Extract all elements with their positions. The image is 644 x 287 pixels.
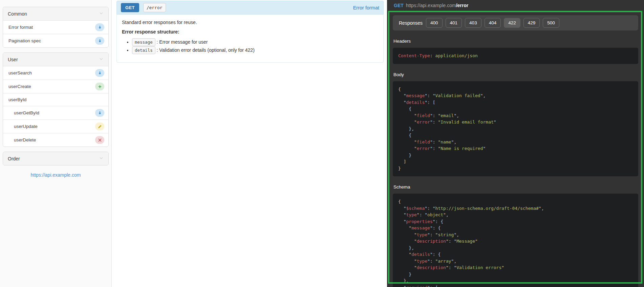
status-button-403[interactable]: 403 <box>465 18 481 28</box>
field-code-chip: message <box>132 38 155 46</box>
endpoint-description: Standard error responses for reuse. <box>122 20 378 25</box>
arrow-down-icon <box>95 37 104 45</box>
field-bullet-message: message : Error message for user <box>132 39 378 45</box>
request-url-bar: GEThttps://api.example.com/error <box>387 0 644 11</box>
header-value: application/json <box>435 53 478 58</box>
headers-code-block: Content-Type: application/json <box>393 48 638 64</box>
sidebar-item-label: userCreate <box>8 84 31 89</box>
sidebar-item-userupdate[interactable]: userUpdate <box>3 119 108 133</box>
sidebar-item-label: userSearch <box>8 70 32 75</box>
field-bullet-details: details : Validation error details (opti… <box>132 47 378 53</box>
sidebar-groups: CommonError formatPagination specUseruse… <box>0 7 111 165</box>
field-list: message : Error message for userdetails … <box>132 39 378 53</box>
status-buttons: 400401403404422429500 <box>426 18 562 28</box>
sidebar-group-user: UseruserSearchuserCreateuserByIduserGetB… <box>3 52 109 147</box>
api-docs-page: CommonError formatPagination specUseruse… <box>0 0 644 287</box>
sidebar: CommonError formatPagination specUseruse… <box>0 0 112 287</box>
sidebar-item-label: userDelete <box>14 137 36 142</box>
structure-heading: Error response structure: <box>122 29 378 35</box>
sidebar-group-order: Order <box>3 152 109 165</box>
headers-heading: Headers <box>393 39 638 44</box>
responses-strip: Responses 400401403404422429500 <box>393 15 638 30</box>
sidebar-item-error-format[interactable]: Error format <box>3 20 108 34</box>
schema-heading: Schema <box>393 184 638 190</box>
sidebar-item-usercreate[interactable]: userCreate <box>3 80 108 93</box>
sidebar-group-header-common[interactable]: Common <box>3 7 108 20</box>
endpoint-description-body: Standard error responses for reuse. Erro… <box>116 15 384 63</box>
status-button-400[interactable]: 400 <box>426 18 443 28</box>
sidebar-group-common: CommonError formatPagination spec <box>3 7 109 48</box>
field-code-chip: details <box>132 46 155 54</box>
status-button-422[interactable]: 422 <box>504 18 520 28</box>
pencil-icon <box>95 123 104 130</box>
sidebar-item-label: Error format <box>8 25 33 30</box>
url-method: GET <box>394 3 404 8</box>
sidebar-group-title: Common <box>8 11 27 17</box>
sidebar-group-title: Order <box>8 156 20 161</box>
status-button-404[interactable]: 404 <box>485 18 501 28</box>
body-code-block: { "message": "Validation failed", "detai… <box>393 81 638 177</box>
sidebar-item-label: userById <box>8 97 26 102</box>
body-heading: Body <box>393 72 638 77</box>
get-method-badge: GET <box>121 3 139 12</box>
chevron-down-icon <box>99 11 104 17</box>
main-content: GET /error Error format Standard error r… <box>112 0 387 287</box>
endpoint-title-link[interactable]: Error format <box>353 5 379 10</box>
endpoint-card: GET /error Error format Standard error r… <box>116 1 384 63</box>
sidebar-group-header-user[interactable]: User <box>3 53 108 66</box>
sidebar-item-label: Pagination spec <box>8 38 41 43</box>
responses-label: Responses <box>399 20 423 26</box>
schema-code-block: { "$schema": "http://json-schema.org/dra… <box>393 194 638 287</box>
sidebar-item-label: userUpdate <box>14 124 38 129</box>
status-button-429[interactable]: 429 <box>523 18 540 28</box>
sidebar-item-usersearch[interactable]: userSearch <box>3 66 108 80</box>
x-icon <box>95 136 104 144</box>
sidebar-group-header-order[interactable]: Order <box>3 152 108 165</box>
chevron-down-icon <box>99 57 104 62</box>
endpoint-path: /error <box>143 3 166 12</box>
status-button-401[interactable]: 401 <box>446 18 462 28</box>
sidebar-group-title: User <box>8 57 18 62</box>
response-panel: GEThttps://api.example.com/error Respons… <box>387 0 644 287</box>
response-panel-body: Responses 400401403404422429500 Headers … <box>387 11 644 287</box>
sidebar-item-pagination-spec[interactable]: Pagination spec <box>3 34 108 47</box>
url-host: https://api.example.com <box>406 3 456 8</box>
arrow-down-icon <box>95 23 104 31</box>
chevron-down-icon <box>99 156 104 161</box>
status-button-500[interactable]: 500 <box>543 18 559 28</box>
url-path: /error <box>456 3 469 8</box>
endpoint-header: GET /error Error format <box>116 1 384 15</box>
sidebar-item-usergetbyid[interactable]: userGetById <box>3 106 108 119</box>
sidebar-item-label: userGetById <box>14 110 39 115</box>
plus-icon <box>95 83 104 90</box>
sidebar-item-userbyid[interactable]: userById <box>3 93 108 106</box>
header-name: Content-Type <box>398 53 430 58</box>
arrow-down-icon <box>95 109 104 117</box>
host-link[interactable]: https://api.example.com <box>0 172 111 178</box>
arrow-down-icon <box>95 69 104 77</box>
sidebar-item-userdelete[interactable]: userDelete <box>3 133 108 147</box>
